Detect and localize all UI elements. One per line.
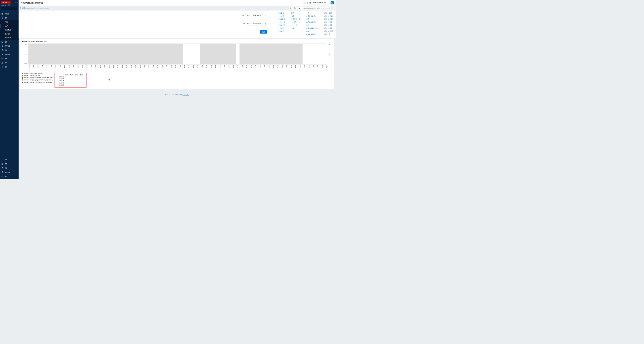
quick-range-link[interactable]: 本年 bbox=[306, 30, 318, 32]
svg-rect-33 bbox=[265, 23, 266, 24]
bottom-nav-off[interactable]: 退出 bbox=[0, 174, 18, 178]
quick-range-link[interactable]: 昨天 bbox=[291, 12, 300, 14]
breadcrumb: 所有主机/ Zabbix server/ Network interfaces bbox=[20, 7, 50, 9]
time-form: 自从 到 应用 bbox=[242, 12, 267, 35]
svg-rect-29 bbox=[265, 15, 266, 16]
bottom-nav-sup[interactable]: 支持 bbox=[0, 158, 18, 162]
graph-title: Interface ens160: Network traffic bbox=[20, 39, 334, 43]
quick-range-link[interactable]: 过去 7 天 bbox=[278, 15, 286, 17]
quick-range-link[interactable]: 上一个月 bbox=[291, 24, 300, 26]
nav-item-cog[interactable]: 管理˅ bbox=[0, 65, 18, 69]
svg-point-9 bbox=[2, 42, 2, 43]
bottom-nav-uset[interactable]: 用户设置˅ bbox=[0, 170, 18, 174]
nav-item-usr[interactable]: 用户˅ bbox=[0, 61, 18, 65]
dashboard-select[interactable]: Network interfaces bbox=[312, 1, 330, 4]
svg-point-24 bbox=[3, 62, 3, 63]
legend-row: Interface ens160: Inbound packets with e… bbox=[22, 78, 53, 80]
quick-range-link[interactable]: 过去 5 分钟 bbox=[324, 12, 333, 14]
nav-item-dash[interactable]: 仪表盘 bbox=[0, 11, 18, 16]
quick-range-link[interactable]: 过去 2 天 bbox=[278, 12, 286, 14]
quick-range-link[interactable]: 过去 30 分钟 bbox=[324, 18, 333, 20]
x-axis: 11-25 21:1922:0023:0011-2601:0002:0003:0… bbox=[28, 65, 326, 72]
bc-current[interactable]: Network interfaces bbox=[38, 7, 49, 9]
legend-series: Interface ens160: Bits receivedInterface… bbox=[22, 73, 53, 88]
quick-range-link[interactable]: 过去 6 小时 bbox=[324, 27, 333, 29]
quick-range-link[interactable]: 过去 3 个月 bbox=[278, 21, 286, 23]
apply-button[interactable]: 应用 bbox=[260, 30, 267, 34]
nav-item-mail[interactable]: 告警˅ bbox=[0, 56, 18, 61]
subnav-item[interactable]: 主机 bbox=[0, 24, 18, 28]
sidebar-collapse-icons[interactable]: « ⇱ bbox=[15, 1, 18, 3]
quick-range-link[interactable]: 过去 2 年 bbox=[278, 30, 286, 32]
bottom-nav: 支持集成帮助用户设置˅退出 bbox=[0, 158, 18, 179]
nav-item-eye[interactable]: 监测˄ bbox=[0, 16, 18, 20]
subnav-item[interactable]: 拓扑图 bbox=[0, 32, 18, 36]
footer-link[interactable]: Zabbix SIA bbox=[182, 94, 190, 96]
subnav-item[interactable]: 自动发现 bbox=[0, 36, 18, 40]
search-box[interactable] bbox=[1, 7, 18, 10]
legend-row: Interface ens160: Outbound packets with … bbox=[22, 76, 53, 78]
legend-row: Interface ens160: Inbound packets discar… bbox=[22, 81, 53, 83]
nav-item-dc[interactable]: 数据采集˅ bbox=[0, 52, 18, 56]
quick-range-link[interactable]: 上一周 bbox=[291, 21, 300, 23]
quick-range-link[interactable]: 去年 bbox=[291, 27, 300, 29]
quick-range-link[interactable]: 今天到目前为止 bbox=[306, 15, 318, 17]
quick-range-link[interactable]: 过去 3 小时 bbox=[324, 24, 333, 26]
quick-range-link[interactable]: 今天 bbox=[306, 12, 318, 14]
popout-icon[interactable]: ⇱ bbox=[16, 1, 18, 3]
breadcrumb-bar: 所有主机/ Zabbix server/ Network interfaces … bbox=[18, 6, 336, 10]
quick-range-link[interactable]: 过去 30 天 bbox=[278, 18, 286, 20]
svg-rect-3 bbox=[3, 13, 3, 14]
nav-item-rpt[interactable]: 报表˅ bbox=[0, 48, 18, 52]
svg-marker-38 bbox=[108, 79, 110, 80]
main-nav: 仪表盘监测˄问题主机最新数据拓扑图自动发现服务˅资产记录˅报表˅数据采集˅告警˅… bbox=[0, 11, 18, 69]
nav-item-inv[interactable]: 资产记录˅ bbox=[0, 44, 18, 48]
quick-range-link[interactable]: 过去 1 年 bbox=[278, 27, 286, 29]
time-range-display[interactable]: 2023-11-25 21:19:40 – 2023-11-28 16:53:2… bbox=[301, 6, 334, 10]
page-title: Network interfaces bbox=[20, 1, 44, 4]
quick-range-link[interactable]: 今年到目前为止 bbox=[306, 33, 318, 35]
quick-range-link[interactable]: 这个月到目前为止 bbox=[306, 27, 318, 29]
legend-row: Interface ens160: Bits received bbox=[22, 73, 53, 75]
time-next-button[interactable]: ❯ bbox=[298, 6, 301, 10]
bottom-nav-int[interactable]: 集成 bbox=[0, 162, 18, 166]
from-calendar-icon[interactable] bbox=[264, 14, 267, 17]
quick-range-link[interactable]: 过去 12 小时 bbox=[324, 30, 333, 32]
nav-item-svc[interactable]: 服务˅ bbox=[0, 40, 18, 44]
subnav-item[interactable]: 最新数据 bbox=[0, 28, 18, 32]
time-prev-button[interactable]: ❮ bbox=[289, 6, 292, 10]
to-calendar-icon[interactable] bbox=[264, 22, 267, 25]
to-input[interactable] bbox=[246, 22, 263, 25]
sidebar-subtitle: zabbix 监控系统 bbox=[0, 4, 18, 7]
time-nav: ❮ 缩小 ❯ 2023-11-25 21:19:40 – 2023-11-28 … bbox=[289, 6, 334, 10]
chart-area[interactable]: 2 bps1 bps0 bps 210 bbox=[28, 43, 326, 64]
y-axis-left: 2 bps1 bps0 bps bbox=[22, 43, 27, 64]
fullscreen-button[interactable] bbox=[331, 1, 334, 4]
bottom-nav-hlp[interactable]: 帮助 bbox=[0, 166, 18, 170]
from-input[interactable] bbox=[246, 14, 263, 17]
to-label: 到 bbox=[243, 23, 245, 25]
from-label: 自从 bbox=[242, 14, 245, 16]
bc-all-hosts[interactable]: 所有主机 bbox=[20, 7, 26, 9]
quick-range-link[interactable]: 过去 1 小时 bbox=[324, 21, 333, 23]
quick-range-link[interactable]: 前天 bbox=[291, 15, 300, 17]
quick-range-link[interactable]: 本周到目前为止 bbox=[306, 21, 318, 23]
quick-range-link[interactable]: 过去 1 天 bbox=[324, 33, 333, 35]
bc-host: Zabbix server bbox=[28, 7, 36, 9]
plot bbox=[28, 43, 326, 64]
quick-range-link[interactable]: 过去 15 分钟 bbox=[324, 15, 333, 17]
legend-row: Interface ens160: Outbound packets disca… bbox=[22, 80, 53, 81]
quick-range-link[interactable]: 过去 6 个月 bbox=[278, 24, 286, 26]
svg-rect-5 bbox=[3, 14, 3, 14]
zoom-out-button[interactable]: 缩小 bbox=[292, 6, 298, 10]
quick-range-link[interactable]: 上周的这一天 bbox=[291, 18, 300, 20]
svg-point-23 bbox=[2, 62, 2, 63]
clock-icon: 🕓 bbox=[331, 7, 333, 9]
quick-range-link[interactable]: 本月 bbox=[306, 24, 318, 26]
collapse-icon[interactable]: « bbox=[15, 1, 16, 3]
svg-rect-4 bbox=[2, 14, 2, 14]
search-input[interactable] bbox=[2, 8, 20, 9]
quick-range-link[interactable]: 本周 bbox=[306, 18, 318, 20]
subnav-item[interactable]: 问题 bbox=[0, 20, 18, 24]
help-icon[interactable]: ? bbox=[304, 1, 306, 4]
